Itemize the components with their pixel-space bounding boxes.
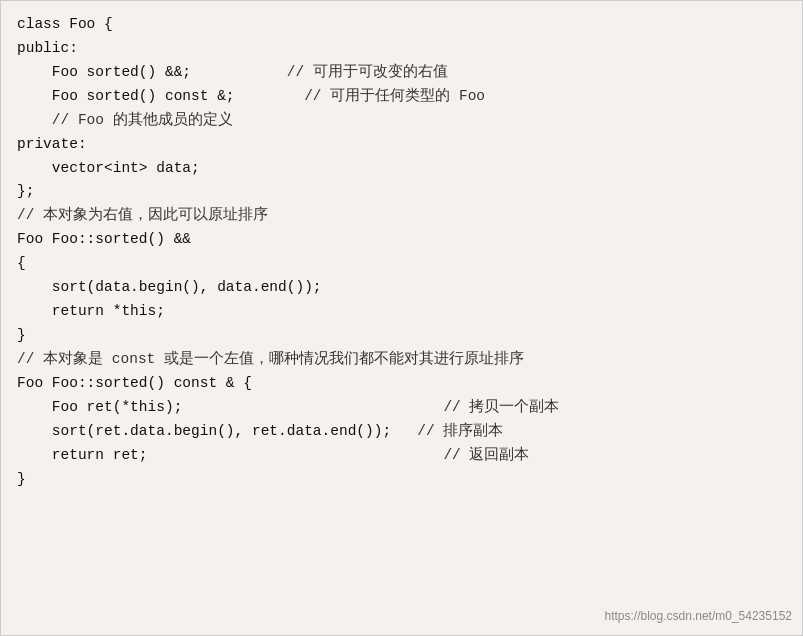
code-line-5: // Foo 的其他成员的定义 bbox=[17, 109, 786, 133]
code-text-12: sort(data.begin(), data.end()); bbox=[17, 276, 322, 300]
comment-18: // 排序副本 bbox=[417, 420, 503, 444]
code-line-14: } bbox=[17, 324, 786, 348]
code-line-4: Foo sorted() const &; // 可用于任何类型的 Foo bbox=[17, 85, 786, 109]
code-line-3: Foo sorted() &&; // 可用于可改变的右值 bbox=[17, 61, 786, 85]
comment-9: // 本对象为右值，因此可以原址排序 bbox=[17, 204, 268, 228]
comment-4: // 可用于任何类型的 Foo bbox=[304, 85, 485, 109]
code-text-11: { bbox=[17, 252, 26, 276]
code-text-16: Foo Foo::sorted() const & { bbox=[17, 372, 252, 396]
code-line-1: class Foo { bbox=[17, 13, 786, 37]
code-line-15: // 本对象是 const 或是一个左值，哪种情况我们都不能对其进行原址排序 bbox=[17, 348, 786, 372]
code-line-19: return ret; // 返回副本 bbox=[17, 444, 786, 468]
code-text-17: Foo ret(*this); bbox=[17, 396, 443, 420]
code-line-20: } bbox=[17, 468, 786, 492]
code-text-7: vector<int> data; bbox=[17, 157, 200, 181]
comment-5: // Foo 的其他成员的定义 bbox=[17, 109, 233, 133]
code-text-3: Foo sorted() &&; bbox=[17, 61, 287, 85]
code-text-14: } bbox=[17, 324, 26, 348]
code-line-13: return *this; bbox=[17, 300, 786, 324]
code-text-13: return *this; bbox=[17, 300, 165, 324]
code-text-18: sort(ret.data.begin(), ret.data.end()); bbox=[17, 420, 417, 444]
comment-3: // 可用于可改变的右值 bbox=[287, 61, 448, 85]
watermark: https://blog.csdn.net/m0_54235152 bbox=[605, 607, 792, 627]
code-line-17: Foo ret(*this); // 拷贝一个副本 bbox=[17, 396, 786, 420]
code-line-18: sort(ret.data.begin(), ret.data.end()); … bbox=[17, 420, 786, 444]
code-line-12: sort(data.begin(), data.end()); bbox=[17, 276, 786, 300]
code-line-10: Foo Foo::sorted() && bbox=[17, 228, 786, 252]
code-text-8: }; bbox=[17, 180, 34, 204]
comment-19: // 返回副本 bbox=[443, 444, 529, 468]
code-text-20: } bbox=[17, 468, 26, 492]
code-text-6: private: bbox=[17, 133, 87, 157]
code-line-7: vector<int> data; bbox=[17, 157, 786, 181]
comment-17: // 拷贝一个副本 bbox=[443, 396, 559, 420]
code-line-8: }; bbox=[17, 180, 786, 204]
code-line-6: private: bbox=[17, 133, 786, 157]
code-line-11: { bbox=[17, 252, 786, 276]
code-text-19: return ret; bbox=[17, 444, 443, 468]
code-line-2: public: bbox=[17, 37, 786, 61]
code-text-1: class Foo { bbox=[17, 13, 113, 37]
code-text-2: public: bbox=[17, 37, 78, 61]
code-block: class Foo { public: Foo sorted() &&; // … bbox=[0, 0, 803, 636]
code-text-10: Foo Foo::sorted() && bbox=[17, 228, 191, 252]
code-line-9: // 本对象为右值，因此可以原址排序 bbox=[17, 204, 786, 228]
code-line-16: Foo Foo::sorted() const & { bbox=[17, 372, 786, 396]
comment-15: // 本对象是 const 或是一个左值，哪种情况我们都不能对其进行原址排序 bbox=[17, 348, 524, 372]
code-text-4: Foo sorted() const &; bbox=[17, 85, 304, 109]
